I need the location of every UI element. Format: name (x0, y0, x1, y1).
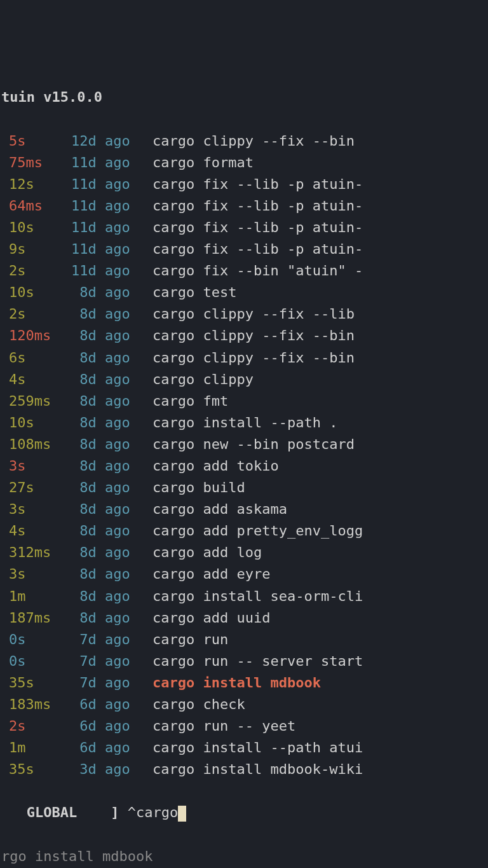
history-row[interactable]: 10s11d agocargo fix --lib -p atuin- (1, 217, 488, 238)
age: 8d ago (71, 586, 152, 607)
command: cargo add pretty_env_logg (152, 520, 488, 542)
command: cargo add uuid (152, 607, 488, 629)
duration: 4s (1, 520, 71, 542)
duration: 9s (1, 238, 71, 260)
search-query[interactable]: ^cargo (128, 804, 178, 820)
age: 8d ago (71, 390, 152, 412)
history-row[interactable]: 5s12d agocargo clippy --fix --bin (1, 130, 488, 152)
search-bar[interactable]: GLOBAL ] ^cargo (0, 802, 488, 823)
command: cargo install --path . (152, 412, 488, 434)
command: cargo check (152, 694, 488, 715)
history-row[interactable]: 312ms 8d agocargo add log (1, 542, 488, 563)
history-row[interactable]: 4s 8d agocargo add pretty_env_logg (1, 520, 488, 542)
command: cargo fmt (152, 390, 488, 412)
age: 11d ago (71, 174, 152, 195)
history-row[interactable]: 3s 8d agocargo add eyre (1, 563, 488, 585)
duration: 6s (1, 347, 71, 369)
history-row[interactable]: 27s 8d agocargo build (1, 477, 488, 499)
age: 8d ago (71, 282, 152, 303)
command: cargo install sea-orm-cli (152, 586, 488, 607)
duration: 5s (1, 130, 71, 152)
history-row[interactable]: 3s 8d agocargo add askama (1, 499, 488, 520)
history-row[interactable]: 12s11d agocargo fix --lib -p atuin- (1, 174, 488, 195)
duration: 3s (1, 455, 71, 477)
history-row[interactable]: 64ms11d agocargo fix --lib -p atuin- (1, 195, 488, 217)
command: cargo add log (152, 542, 488, 563)
history-row[interactable]: 75ms11d agocargo format (1, 152, 488, 174)
age: 8d ago (71, 303, 152, 325)
duration: 2s (1, 260, 71, 282)
age: 6d ago (71, 694, 152, 715)
command: cargo fix --bin "atuin" - (152, 260, 488, 282)
history-row[interactable]: 4s 8d agocargo clippy (1, 369, 488, 390)
history-row[interactable]: 120ms 8d agocargo clippy --fix --bin (1, 325, 488, 347)
history-row[interactable]: 10s 8d agocargo test (1, 282, 488, 303)
age: 8d ago (71, 455, 152, 477)
history-row[interactable]: 9s11d agocargo fix --lib -p atuin- (1, 238, 488, 260)
history-row[interactable]: 6s 8d agocargo clippy --fix --bin (1, 347, 488, 369)
command: cargo format (152, 152, 488, 174)
duration: 4s (1, 369, 71, 390)
history-row[interactable]: 35s 3d agocargo install mdbook-wiki (1, 759, 488, 780)
age: 8d ago (71, 369, 152, 390)
duration: 3s (1, 499, 71, 520)
duration: 312ms (1, 542, 71, 563)
history-row[interactable]: 1m 8d agocargo install sea-orm-cli (1, 586, 488, 607)
history-row[interactable]: 259ms 8d agocargo fmt (1, 390, 488, 412)
age: 8d ago (71, 477, 152, 499)
age: 12d ago (71, 130, 152, 152)
age: 6d ago (71, 715, 152, 737)
preview-line: rgo install mdbook (0, 846, 488, 867)
history-row[interactable]: 10s 8d agocargo install --path . (1, 412, 488, 434)
command: cargo clippy --fix --bin (152, 325, 488, 347)
duration: 12s (1, 174, 71, 195)
duration: 1m (1, 737, 71, 759)
duration: 10s (1, 282, 71, 303)
history-row[interactable]: 35s 7d agocargo install mdbook (1, 672, 488, 694)
command: cargo run -- server start (152, 651, 488, 672)
age: 8d ago (71, 563, 152, 585)
duration: 27s (1, 477, 71, 499)
history-row[interactable]: 3s 8d agocargo add tokio (1, 455, 488, 477)
age: 8d ago (71, 434, 152, 455)
history-row[interactable]: 108ms 8d agocargo new --bin postcard (1, 434, 488, 455)
command: cargo install mdbook-wiki (152, 759, 488, 780)
bracket: ] (111, 804, 119, 820)
age: 8d ago (71, 347, 152, 369)
duration: 1m (1, 586, 71, 607)
duration: 0s (1, 651, 71, 672)
duration: 3s (1, 563, 71, 585)
command: cargo clippy --fix --bin (152, 347, 488, 369)
command: cargo run (152, 629, 488, 651)
command: cargo clippy --fix --bin (152, 130, 488, 152)
history-list: 5s12d agocargo clippy --fix --bin 75ms11… (0, 130, 488, 781)
duration: 0s (1, 629, 71, 651)
history-row[interactable]: 187ms 8d agocargo add uuid (1, 607, 488, 629)
command: cargo fix --lib -p atuin- (152, 238, 488, 260)
history-row[interactable]: 2s11d agocargo fix --bin "atuin" - (1, 260, 488, 282)
history-row[interactable]: 2s 6d agocargo run -- yeet (1, 715, 488, 737)
age: 11d ago (71, 195, 152, 217)
duration: 10s (1, 217, 71, 238)
history-row[interactable]: 1m 6d agocargo install --path atui (1, 737, 488, 759)
duration: 75ms (1, 152, 71, 174)
age: 8d ago (71, 607, 152, 629)
app-header: tuin v15.0.0 (0, 86, 488, 108)
age: 6d ago (71, 737, 152, 759)
duration: 64ms (1, 195, 71, 217)
history-row[interactable]: 0s 7d agocargo run (1, 629, 488, 651)
age: 11d ago (71, 217, 152, 238)
age: 11d ago (71, 260, 152, 282)
command: cargo build (152, 477, 488, 499)
command: cargo clippy (152, 369, 488, 390)
command: cargo run -- yeet (152, 715, 488, 737)
duration: 259ms (1, 390, 71, 412)
age: 8d ago (71, 325, 152, 347)
command: cargo fix --lib -p atuin- (152, 174, 488, 195)
duration: 120ms (1, 325, 71, 347)
duration: 10s (1, 412, 71, 434)
history-row[interactable]: 2s 8d agocargo clippy --fix --lib (1, 303, 488, 325)
history-row[interactable]: 0s 7d agocargo run -- server start (1, 651, 488, 672)
command: cargo install --path atui (152, 737, 488, 759)
history-row[interactable]: 183ms 6d agocargo check (1, 694, 488, 715)
